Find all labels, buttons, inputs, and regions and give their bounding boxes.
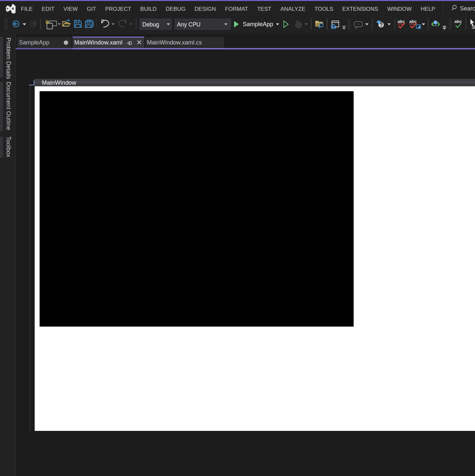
svg-text:abc: abc [397, 19, 405, 24]
svg-text:abc: abc [409, 19, 416, 24]
svg-text:abc: abc [454, 19, 462, 24]
